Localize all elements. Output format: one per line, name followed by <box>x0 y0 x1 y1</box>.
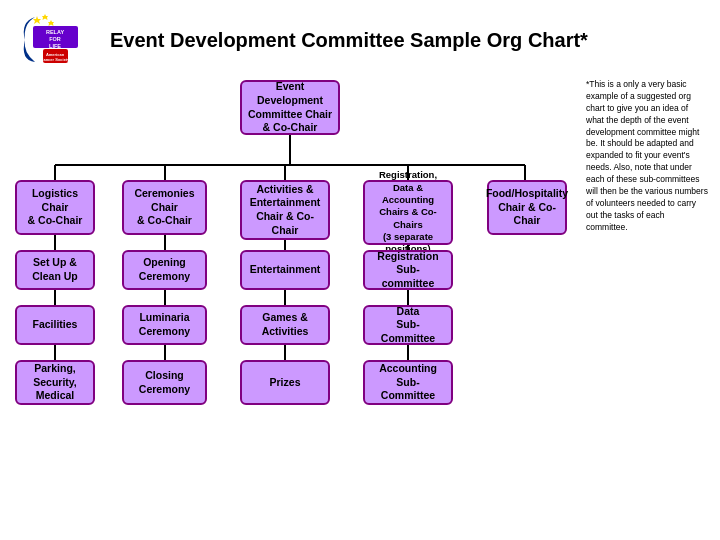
node-col5-top: Food/Hospitality Chair & Co-Chair <box>487 180 567 235</box>
node-col3-r2: Games & Activities <box>240 305 330 345</box>
org-chart-area: Event Development Committee Chair & Co-C… <box>0 75 580 540</box>
header: RELAY FOR LIFE American Cancer Society E… <box>0 0 720 75</box>
svg-marker-2 <box>48 20 54 26</box>
svg-text:LIFE: LIFE <box>49 43 61 49</box>
node-col3-top: Activities & Entertainment Chair & Co-Ch… <box>240 180 330 240</box>
sidebar-note: *This is a only a very basic example of … <box>582 75 712 540</box>
node-col4-r3: Accounting Sub-Committee <box>363 360 453 405</box>
node-col2-r3: Closing Ceremony <box>122 360 207 405</box>
svg-marker-1 <box>42 14 48 20</box>
node-col4-r2: Data Sub-Committee <box>363 305 453 345</box>
node-col2-r2: Luminaria Ceremony <box>122 305 207 345</box>
node-col1-top: Logistics Chair & Co-Chair <box>15 180 95 235</box>
node-col2-r1: Opening Ceremony <box>122 250 207 290</box>
node-col1-r3: Parking, Security, Medical <box>15 360 95 405</box>
node-col2-top: Ceremonies Chair & Co-Chair <box>122 180 207 235</box>
page: RELAY FOR LIFE American Cancer Society E… <box>0 0 720 540</box>
node-root: Event Development Committee Chair & Co-C… <box>240 80 340 135</box>
node-col3-r3: Prizes <box>240 360 330 405</box>
svg-text:FOR: FOR <box>49 36 61 42</box>
node-col1-r2: Facilities <box>15 305 95 345</box>
node-col4-top: Registration, Data & Accounting Chairs &… <box>363 180 453 245</box>
page-title: Event Development Committee Sample Org C… <box>110 28 588 52</box>
svg-text:RELAY: RELAY <box>46 29 64 35</box>
node-col1-r1: Set Up & Clean Up <box>15 250 95 290</box>
logo-area: RELAY FOR LIFE American Cancer Society <box>10 12 100 67</box>
svg-text:Cancer Society: Cancer Society <box>41 57 71 62</box>
relay-logo: RELAY FOR LIFE American Cancer Society <box>15 12 95 67</box>
node-col3-r1: Entertainment <box>240 250 330 290</box>
svg-marker-0 <box>33 16 41 24</box>
node-col4-r1: Registration Sub-committee <box>363 250 453 290</box>
